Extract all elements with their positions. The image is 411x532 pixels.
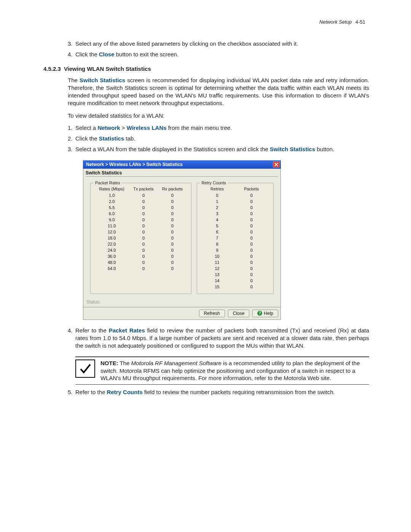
table-cell: 1.0 — [94, 192, 129, 198]
table-row: 100 — [201, 253, 269, 259]
table-row: 54.000 — [94, 265, 187, 272]
item-text: Select a — [75, 125, 97, 131]
list-item: 4.Click the Close button to exit the scr… — [42, 51, 369, 58]
refresh-button[interactable]: Refresh — [199, 310, 225, 317]
table-row: 150 — [201, 284, 269, 290]
table-row: 30 — [201, 211, 269, 217]
table-cell: 2 — [201, 204, 234, 211]
table-cell: 0 — [233, 253, 269, 259]
item-text: button to exit the screen. — [115, 51, 178, 58]
dialog-close-button[interactable] — [273, 161, 280, 168]
table-cell: 14 — [201, 278, 234, 284]
note-label: NOTE: — [100, 360, 118, 366]
table-cell: 22.0 — [94, 241, 129, 247]
section-title: Viewing WLAN Switch Statistics — [64, 66, 151, 72]
item-number: 1. — [68, 124, 75, 132]
col-header: Rates (Mbps) — [94, 185, 129, 192]
paragraph: The Switch Statistics screen is recommen… — [42, 77, 369, 107]
table-cell: 0 — [233, 235, 269, 241]
table-cell: 6 — [201, 229, 234, 235]
table-cell: 0 — [129, 241, 158, 247]
network-ref: Network — [97, 125, 120, 131]
table-row: 6.000 — [94, 211, 187, 217]
col-header: Retries — [201, 185, 234, 192]
status-label: Status: — [86, 299, 278, 305]
table-cell: 0 — [129, 265, 158, 272]
panel-title: Packet Rates — [94, 181, 121, 185]
table-row: 22.000 — [94, 241, 187, 247]
table-cell: 0 — [129, 192, 158, 198]
table-cell: 3 — [201, 211, 234, 217]
table-cell: 12 — [201, 265, 234, 272]
table-cell: 0 — [233, 241, 269, 247]
table-cell: 0 — [233, 278, 269, 284]
table-cell: 54.0 — [94, 265, 129, 272]
table-row: 90 — [201, 247, 269, 253]
table-row: 24.000 — [94, 247, 187, 253]
dialog-titlebar[interactable]: Network > Wireless LANs > Switch Statist… — [83, 160, 281, 169]
switch-statistics-ref: Switch Statistics — [80, 77, 125, 83]
table-row: 12.000 — [94, 229, 187, 235]
table-row: 130 — [201, 272, 269, 278]
table-cell: 15 — [201, 284, 234, 290]
after-list-2: 5.Refer to the Retry Counts field to rev… — [42, 388, 369, 396]
switch-statistics-button-ref: Switch Statistics — [270, 146, 315, 152]
table-cell: 0 — [158, 229, 187, 235]
help-button[interactable]: ? Help — [252, 310, 278, 317]
table-row: 11.000 — [94, 223, 187, 229]
table-cell: 8 — [201, 241, 234, 247]
header-title: Network Setup — [319, 19, 352, 25]
table-row: 5.500 — [94, 204, 187, 211]
wireless-lans-ref: Wireless LANs — [127, 125, 167, 131]
table-row: 70 — [201, 235, 269, 241]
para-text: The — [68, 77, 80, 83]
table-cell: 0 — [158, 204, 187, 211]
table-cell: 11 — [201, 259, 234, 265]
table-cell: 0 — [233, 192, 269, 198]
table-cell: 5 — [201, 223, 234, 229]
table-cell: 0 — [158, 217, 187, 223]
table-cell: 18.0 — [94, 235, 129, 241]
item-number: 3. — [68, 145, 75, 153]
dialog-footer: Refresh Close ? Help — [83, 307, 281, 320]
close-ref: Close — [99, 51, 115, 58]
table-row: 48.000 — [94, 259, 187, 265]
switch-statistics-dialog: Network > Wireless LANs > Switch Statist… — [83, 160, 281, 320]
table-cell: 0 — [158, 192, 187, 198]
retry-counts-panel: Retry Counts Retries Packets 00102030405… — [197, 183, 274, 294]
item-text: Select any of the above listed parameter… — [75, 40, 298, 47]
table-cell: 0 — [233, 284, 269, 290]
table-cell: 0 — [129, 223, 158, 229]
retry-counts-table: Retries Packets 001020304050607080901001… — [201, 185, 269, 290]
table-cell: 11.0 — [94, 223, 129, 229]
item-number: 4. — [68, 327, 75, 334]
item-text: Select a WLAN from the table displayed i… — [75, 146, 270, 152]
table-row: 40 — [201, 217, 269, 223]
retry-counts-ref: Retry Counts — [107, 389, 143, 395]
after-list: 4.Refer to the Packet Rates field to rev… — [42, 327, 369, 350]
item-text: field to review the number packets requi… — [143, 389, 335, 395]
button-label: Help — [264, 311, 273, 316]
table-row: 60 — [201, 229, 269, 235]
item-number: 2. — [68, 135, 75, 142]
table-cell: 0 — [233, 217, 269, 223]
close-button[interactable]: Close — [228, 310, 250, 317]
table-cell: 0 — [158, 265, 187, 272]
list-item: 3.Select any of the above listed paramet… — [42, 40, 369, 48]
item-number: 3. — [68, 40, 75, 48]
table-cell: 0 — [158, 211, 187, 217]
panel-title: Retry Counts — [200, 181, 228, 185]
item-number: 4. — [68, 51, 75, 58]
table-cell: 0 — [201, 192, 234, 198]
table-cell: 0 — [129, 259, 158, 265]
table-cell: 0 — [233, 211, 269, 217]
top-list: 3.Select any of the above listed paramet… — [42, 40, 369, 59]
list-item: 5.Refer to the Retry Counts field to rev… — [42, 388, 369, 396]
table-cell: 1 — [201, 198, 234, 204]
list-item: 4.Refer to the Packet Rates field to rev… — [42, 327, 369, 350]
page-header: Network Setup 4-51 — [42, 19, 369, 25]
packet-rates-panel: Packet Rates Rates (Mbps) Tx packets Rx … — [90, 183, 191, 294]
button-label: Close — [233, 311, 245, 316]
table-row: 50 — [201, 223, 269, 229]
table-cell: 0 — [233, 223, 269, 229]
